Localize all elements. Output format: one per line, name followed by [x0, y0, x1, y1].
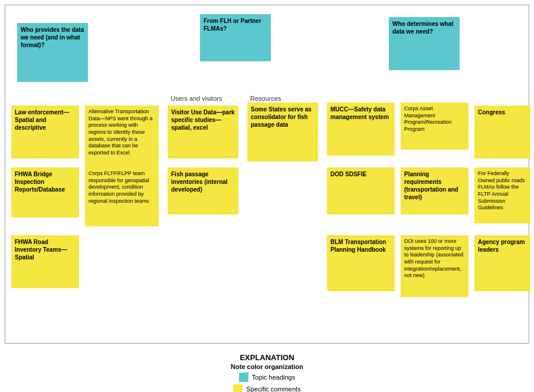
dod-sdsfie-note: DOD SDSFIE [327, 167, 395, 215]
fhwa-road-note: FHWA Road Inventory Teams—Spatial [11, 235, 79, 288]
federally-owned-note: For Federally Owned public roads FLMAs f… [474, 167, 530, 223]
planning-requirements-note: Planning requirements (transportation an… [401, 167, 469, 215]
some-states-note: Some States serve as consolidator for fi… [247, 103, 318, 162]
blm-transportation-note: BLM Transportation Planning Handbook [327, 235, 395, 291]
main-container: Users and visitors Resources Who provide… [0, 0, 534, 392]
visitor-use-note: Visitor Use Data—park specific studies—s… [168, 106, 238, 159]
doi-uses-note: DOI uses 100 or more systems for reporti… [401, 235, 469, 297]
legend-row-1: Topic headings [239, 373, 295, 382]
law-enforcement-note: Law enforcement—Spatial and descriptive [11, 106, 79, 159]
diagram-area: Users and visitors Resources Who provide… [5, 5, 529, 344]
corps-fltp-note: Corps FLTP/FLPP team responsible for geo… [85, 167, 159, 226]
explanation-subtitle: Note color organization [231, 363, 303, 370]
explanation-title: EXPLANATION [240, 353, 294, 362]
legend-yellow-label: Specific comments [246, 386, 300, 392]
corps-asset-note: Corps Asset Management Program/Recreatio… [401, 103, 469, 150]
congress-note: Congress [474, 106, 530, 159]
explanation-area: EXPLANATION Note color organization Topi… [0, 348, 534, 392]
mucc-note: MUCC—Safety data management system [327, 103, 395, 156]
from-flh-note: From FLH or Partner FLMAs? [200, 14, 271, 61]
legend-yellow-box [233, 384, 243, 392]
legend-row-2: Specific comments [233, 384, 300, 392]
who-provides-note: Who provides the data we need (and in wh… [17, 23, 88, 82]
who-determines-note: Who determines what data we need? [389, 17, 460, 70]
alt-transportation-note: Alternative Transportation Data—NPS went… [85, 106, 159, 173]
resources-label: Resources [250, 95, 281, 102]
fish-passage-note: Fish passage inventories (internal devel… [168, 167, 238, 215]
agency-program-note: Agency program leaders [474, 235, 530, 291]
legend-blue-box [239, 373, 248, 382]
legend-blue-label: Topic headings [252, 374, 295, 381]
users-visitors-label: Users and visitors [171, 95, 222, 102]
fhwa-bridge-note: FHWA Bridge Inspection Reports/Database [11, 167, 79, 218]
